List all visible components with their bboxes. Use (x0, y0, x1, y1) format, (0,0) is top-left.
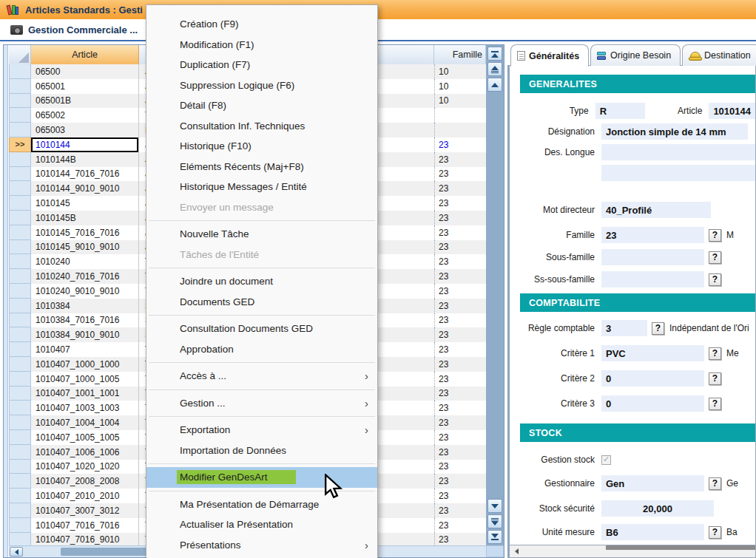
article-cell[interactable]: 1010407_1000_1000 (31, 357, 139, 372)
tab-destination[interactable]: Destination (682, 44, 756, 66)
article-cell[interactable]: 1010407_1020_1020 (31, 460, 139, 474)
article-cell[interactable]: 1010144B (31, 152, 139, 167)
article-cell[interactable]: 1010407_1005_1005 (31, 430, 139, 445)
row-selector-cell[interactable] (9, 415, 31, 430)
gestionnaire-help-button[interactable]: ? (709, 477, 721, 490)
famille-cell[interactable]: 10 (434, 64, 486, 79)
row-selector-cell[interactable] (9, 240, 31, 255)
des-longue-field-1[interactable] (601, 144, 755, 160)
gestion-stock-checkbox[interactable] (601, 455, 611, 465)
row-selector-cell[interactable] (9, 518, 31, 533)
row-selector-cell[interactable] (9, 313, 31, 328)
menu-item-documents-ged[interactable]: Documents GED (146, 292, 377, 313)
article-cell[interactable]: 1010240_7016_7016 (31, 269, 139, 284)
menu-item-historique-messages-entit[interactable]: Historique Messages / Entité (146, 177, 377, 197)
menu-item-gestion[interactable]: Gestion ...› (146, 393, 377, 414)
famille-cell[interactable]: 23 (434, 533, 486, 546)
tab-origine-besoin[interactable]: Origine Besoin (590, 44, 681, 66)
famille-cell[interactable]: 23 (434, 254, 486, 269)
row-selector-cell[interactable] (9, 533, 31, 546)
article-cell[interactable]: 1010144_9010_9010 (31, 181, 139, 196)
famille-cell[interactable]: 23 (434, 269, 486, 284)
article-cell[interactable]: 065003 (31, 123, 139, 137)
menu-item-approbation[interactable]: Approbation (146, 339, 377, 360)
famille-cell[interactable]: 23 (434, 225, 486, 240)
famille-cell[interactable]: 23 (434, 387, 486, 401)
article-cell[interactable]: 1010384 (31, 299, 139, 313)
menu-item-d-tail-f8[interactable]: Détail (F8) (146, 95, 377, 116)
famille-cell[interactable]: 23 (434, 313, 486, 328)
famille-cell[interactable]: 23 (434, 284, 486, 299)
row-selector-cell[interactable] (9, 108, 31, 123)
famille-cell[interactable]: 23 (434, 240, 486, 255)
panel-scroll-left-button[interactable] (511, 547, 522, 556)
famille-cell[interactable]: 10 (434, 94, 486, 109)
column-header-article[interactable]: Article (31, 45, 139, 64)
tab-generalites[interactable]: Généralités (510, 44, 589, 67)
critere2-help-button[interactable]: ? (709, 372, 721, 385)
menu-item-historique-f10[interactable]: Historique (F10) (146, 136, 377, 157)
article-cell[interactable]: 1010407_1006_1006 (31, 445, 139, 460)
panel-scroll-thumb[interactable] (606, 545, 755, 550)
scroll-pageup-button[interactable] (487, 62, 502, 76)
famille-cell[interactable]: 23 (434, 518, 486, 533)
article-cell[interactable]: 1010240 (31, 254, 139, 269)
scroll-left-button[interactable] (10, 547, 23, 557)
row-selector-cell[interactable] (9, 284, 31, 299)
critere3-help-button[interactable]: ? (709, 398, 721, 410)
famille-cell[interactable]: 10 (434, 79, 486, 94)
famille-cell[interactable]: 23 (434, 327, 486, 342)
row-selector-cell[interactable] (9, 196, 31, 211)
scroll-up-button[interactable] (487, 78, 502, 92)
article-cell[interactable]: 1010407_2008_2008 (31, 474, 139, 489)
critere2-field[interactable]: 0 (601, 370, 704, 387)
article-cell[interactable]: 1010144_7016_7016 (31, 167, 139, 182)
row-selector-cell[interactable] (9, 64, 31, 79)
article-cell[interactable]: 065001B (31, 94, 139, 109)
menu-item-acc-s[interactable]: Accès à ...› (146, 366, 377, 387)
famille-cell[interactable]: 23 (434, 474, 486, 489)
row-selector-cell[interactable] (9, 94, 31, 109)
famille-cell[interactable]: 23 (434, 372, 486, 387)
menu-item-duplication-f7[interactable]: Duplication (F7) (146, 55, 377, 75)
famille-cell[interactable]: 23 (434, 415, 486, 430)
critere1-help-button[interactable]: ? (709, 347, 721, 360)
row-selector-cell[interactable] (9, 474, 31, 489)
article-cell[interactable]: 1010145_9010_9010 (31, 240, 139, 255)
row-selector-cell[interactable] (9, 181, 31, 196)
row-selector-cell[interactable] (9, 489, 31, 503)
article-cell[interactable]: 06500 (31, 64, 139, 79)
article-cell[interactable]: 1010407_3007_3012 (31, 503, 139, 518)
column-header-famille[interactable]: Famille (434, 45, 486, 64)
stock-securite-field[interactable]: 20,000 (601, 500, 714, 517)
row-selector-cell[interactable] (9, 445, 31, 460)
famille-cell[interactable]: 23 (434, 489, 486, 503)
famille-cell[interactable]: 23 (434, 401, 486, 415)
row-selector-cell[interactable] (9, 269, 31, 284)
article-cell[interactable]: 1010384_7016_7016 (31, 313, 139, 328)
des-longue-field-2[interactable] (601, 165, 755, 181)
row-selector-cell[interactable] (9, 152, 31, 167)
menu-item-suppression-logique-f6[interactable]: Suppression Logique (F6) (146, 75, 377, 96)
famille-cell[interactable]: 23 (434, 460, 486, 474)
row-selector-cell[interactable] (9, 357, 31, 372)
famille-cell[interactable]: 23 (434, 357, 486, 372)
vertical-scrollbar[interactable] (486, 45, 504, 545)
scroll-pagedown-button[interactable] (487, 514, 502, 528)
scroll-top-button[interactable] (487, 47, 502, 61)
row-selector-cell[interactable] (9, 167, 31, 182)
famille-cell[interactable]: 23 (434, 152, 486, 167)
article-cell[interactable]: 1010145B (31, 211, 139, 225)
row-selector-cell[interactable] (9, 211, 31, 225)
famille-cell[interactable] (434, 123, 486, 137)
menu-item-actualiser-la-pr-sentation[interactable]: Actualiser la Présentation (146, 514, 377, 535)
regle-help-button[interactable]: ? (652, 322, 664, 335)
menu-item-consultation-documents-ged[interactable]: Consultation Documents GED (146, 319, 377, 339)
menu-item-consultation-inf-techniques[interactable]: Consultation Inf. Techniques (146, 116, 377, 137)
sous-famille-field[interactable] (601, 249, 704, 265)
critere1-field[interactable]: PVC (601, 345, 704, 361)
famille-field[interactable]: 23 (601, 227, 704, 243)
article-cell[interactable]: 065002 (31, 108, 139, 123)
article-cell[interactable]: 1010407_7016_9010 (31, 533, 139, 546)
famille-cell[interactable]: 23 (434, 299, 486, 313)
